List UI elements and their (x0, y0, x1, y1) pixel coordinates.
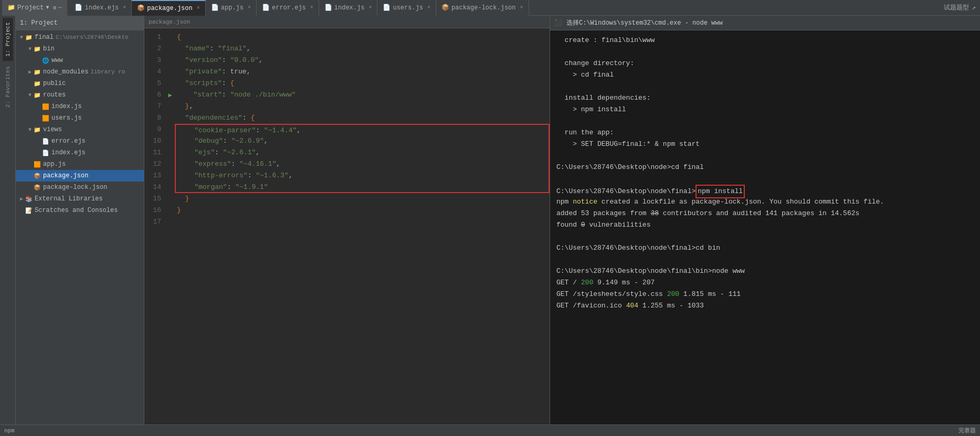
term-line-8: run the app: (556, 127, 974, 139)
tree-item-0[interactable]: ▼📁finalC:\Users\28746\Deskto (16, 31, 144, 43)
tree-icon-10: 📄 (42, 150, 49, 156)
file-tab-index-ejs-1[interactable]: 📄index.ejs× (69, 0, 132, 16)
gutter-line-17 (165, 216, 175, 228)
tree-item-15[interactable]: 📝Scratches and Consoles (16, 205, 144, 216)
tree-arrow-3: ▶ (26, 69, 34, 75)
file-tab-label-package-json: package.json (147, 5, 192, 12)
project-tab[interactable]: 📁 Project ▼ ⚙ ↔ (2, 0, 67, 16)
tree-item-14[interactable]: ▶📚External Libraries (16, 193, 144, 205)
code-line-14: "morgan": "~1.9.1" (175, 182, 550, 193)
term-span: npm (556, 198, 573, 206)
tree-item-6[interactable]: 🟧index.js (16, 101, 144, 112)
term-span: found (556, 221, 581, 229)
file-tab-package-lock-json[interactable]: 📦package-lock.json× (436, 0, 529, 16)
terminal-content[interactable]: create : final\bin\www change directory:… (550, 30, 980, 424)
term-line-13: C:\Users\28746\Desktop\node\final>npm in… (556, 185, 974, 196)
term-line-11: C:\Users\28746\Desktop\node>cd final (556, 162, 974, 173)
side-strip-item-0[interactable]: 1: Project (3, 18, 13, 61)
breadcrumb: package.json (144, 16, 550, 28)
tree-arrow-5: ▼ (26, 92, 34, 98)
line-number-12: 12 (144, 158, 161, 170)
tree-label-5: routes (43, 91, 66, 99)
file-tab-label-package-lock-json: package-lock.json (451, 4, 515, 12)
line-number-13: 13 (144, 170, 161, 182)
status-npm: npm (4, 428, 15, 434)
term-status-yellow: 404 (626, 302, 638, 310)
term-line-4 (556, 81, 974, 92)
file-tab-close-package-lock-json[interactable]: × (520, 5, 523, 10)
tree-item-7[interactable]: 🟧users.js (16, 112, 144, 124)
project-tab-icon: 📁 (7, 4, 15, 12)
far-right-label: 试题题型 (944, 3, 969, 12)
tree-label-6: index.js (51, 103, 82, 110)
code-content[interactable]: { "name": "final", "version": "0.0.0", "… (175, 28, 550, 424)
project-tab-label: Project (17, 4, 44, 12)
terminal-title: 选择C:\Windows\system32\cmd.exe - node www (566, 18, 723, 27)
side-strip: 1: Project2: Favorites (0, 16, 16, 424)
editor-area: package.json 1234567891011121314151617 ▶… (144, 16, 550, 424)
term-span: 1.255 ms - 1033 (638, 302, 704, 310)
terminal-panel: ⬛ 选择C:\Windows\system32\cmd.exe - node w… (550, 16, 980, 424)
term-line-15: added 53 packages from 38 contributors a… (556, 208, 974, 219)
file-tab-close-index-js[interactable]: × (368, 5, 372, 10)
tree-arrow-8: ▼ (26, 127, 34, 133)
term-line-20: C:\Users\28746\Desktop\node\final\bin>no… (556, 265, 974, 277)
file-tab-package-json[interactable]: 📦package.json× (132, 0, 205, 16)
tree-item-1[interactable]: ▼📁bin (16, 43, 144, 55)
term-line-22: GET /stylesheets/style.css 200 1.815 ms … (556, 289, 974, 300)
code-line-11: "ejs": "~2.6.1", (175, 147, 550, 158)
tree-icon-7: 🟧 (42, 115, 49, 122)
term-line-9: > SET DEBUG=final:* & npm start (556, 139, 974, 150)
terminal-title-bar: ⬛ 选择C:\Windows\system32\cmd.exe - node w… (550, 16, 980, 30)
file-tab-icon-index-ejs-1: 📄 (75, 4, 82, 12)
tree-item-3[interactable]: ▶📁node_moduleslibrary ro (16, 66, 144, 78)
tree-item-9[interactable]: 📄error.ejs (16, 135, 144, 147)
tree-item-2[interactable]: 🌐www (16, 55, 144, 66)
file-tab-error-ejs[interactable]: 📄error.ejs× (257, 0, 319, 16)
term-span: created a lockfile as package-lock.json.… (597, 198, 884, 206)
file-tab-app-js[interactable]: 📄app.js× (206, 0, 257, 16)
tree-label-7: users.js (51, 114, 82, 122)
file-tab-index-js[interactable]: 📄index.js× (319, 0, 378, 16)
tree-icon-4: 📁 (34, 80, 41, 87)
tree-item-11[interactable]: 🟧app.js (16, 158, 144, 170)
file-tab-close-package-json[interactable]: × (197, 5, 200, 11)
file-tab-users-js[interactable]: 📄users.js× (377, 0, 436, 16)
gutter-line-12 (165, 158, 175, 170)
project-tab-h: ↔ (58, 5, 61, 10)
file-tab-label-index-js: index.js (334, 4, 365, 12)
tree-label-9: error.ejs (51, 137, 86, 145)
code-editor: 1234567891011121314151617 ▶ { "name": "f… (144, 28, 550, 424)
file-tab-label-error-ejs: error.ejs (272, 4, 306, 12)
tree-arrow-1: ▼ (26, 46, 34, 52)
file-tab-close-error-ejs[interactable]: × (310, 5, 313, 10)
tree-arrow-14: ▶ (18, 196, 25, 202)
file-tab-close-app-js[interactable]: × (248, 5, 251, 10)
code-line-6: "start": "node ./bin/www" (175, 89, 550, 101)
file-tab-label-app-js: app.js (221, 4, 244, 12)
tab-bar: 📁 Project ▼ ⚙ ↔ 📄index.ejs×📦package.json… (0, 0, 980, 16)
tree-item-12[interactable]: 📦package.json (16, 170, 144, 182)
code-line-4: "private": true, (175, 66, 550, 78)
gutter-line-11 (165, 147, 175, 158)
tree-sublabel-0: C:\Users\28746\Deskto (56, 34, 129, 40)
term-line-1 (556, 46, 974, 58)
gutter-line-3 (165, 55, 175, 66)
tree-item-13[interactable]: 📦package-lock.json (16, 182, 144, 193)
term-line-5: install dependencies: (556, 92, 974, 104)
tree-item-10[interactable]: 📄index.ejs (16, 147, 144, 158)
file-tree[interactable]: ▼📁finalC:\Users\28746\Deskto▼📁bin 🌐www▶📁… (16, 30, 144, 424)
line-number-15: 15 (144, 193, 161, 205)
code-line-13: "http-errors": "~1.6.3", (175, 170, 550, 182)
code-line-15: } (175, 193, 550, 205)
tree-item-8[interactable]: ▼📁views (16, 124, 144, 135)
tree-item-4[interactable]: 📁public (16, 78, 144, 89)
line-number-7: 7 (144, 101, 161, 112)
file-tab-close-index-ejs-1[interactable]: × (123, 5, 126, 10)
file-tab-close-users-js[interactable]: × (427, 5, 430, 10)
side-strip-item-1[interactable]: 2: Favorites (3, 62, 13, 112)
term-span: GET /favicon.ico (556, 302, 626, 310)
tree-item-5[interactable]: ▼📁routes (16, 89, 144, 101)
tree-label-13: package-lock.json (43, 184, 107, 191)
tree-label-0: final (35, 34, 54, 41)
